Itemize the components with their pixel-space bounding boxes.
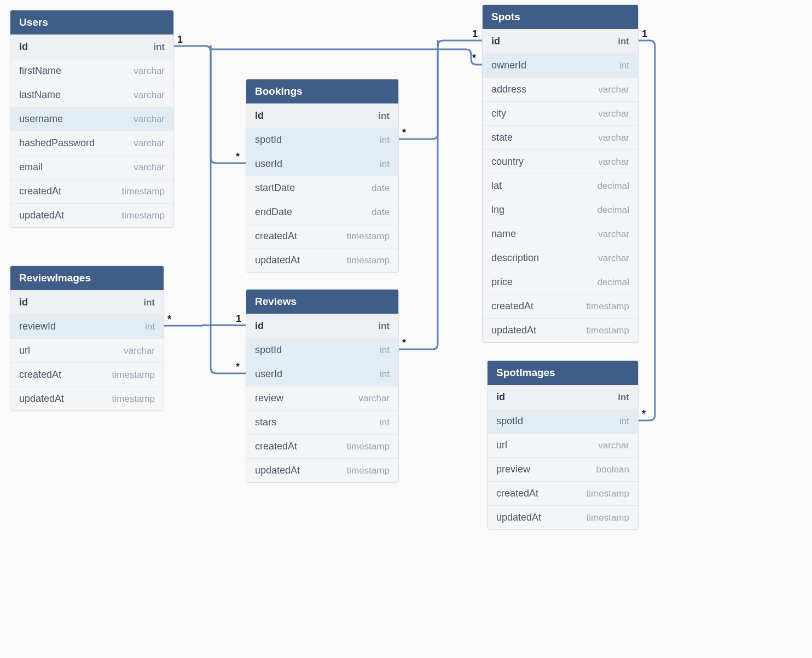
cardinality-label: * xyxy=(402,337,406,349)
field-row: reviewvarchar xyxy=(246,386,398,410)
table-header: ReviewImages xyxy=(10,266,164,290)
field-type: int xyxy=(380,345,390,356)
field-name: url xyxy=(19,345,30,356)
field-name: city xyxy=(491,108,506,119)
cardinality-label: * xyxy=(642,408,646,420)
field-row: namevarchar xyxy=(483,222,638,246)
field-type: varchar xyxy=(598,157,629,168)
field-type: int xyxy=(619,60,629,71)
relationship-line xyxy=(639,41,655,420)
relationship-line xyxy=(164,325,246,326)
field-row: hashedPasswordvarchar xyxy=(10,131,173,155)
field-name: id xyxy=(491,36,500,47)
field-name: updatedAt xyxy=(496,512,541,523)
cardinality-label: 1 xyxy=(236,313,241,325)
field-type: timestamp xyxy=(347,441,390,452)
field-row: createdAttimestamp xyxy=(488,481,638,505)
field-name: id xyxy=(496,391,505,403)
field-type: varchar xyxy=(134,138,165,149)
field-name: spotId xyxy=(255,134,282,146)
field-name: lat xyxy=(491,180,502,192)
entity-table-bookings: BookingsidintspotIdintuserIdintstartDate… xyxy=(246,79,399,273)
field-type: decimal xyxy=(597,277,629,288)
field-type: boolean xyxy=(596,464,629,475)
field-type: varchar xyxy=(134,66,165,77)
field-row: updatedAttimestamp xyxy=(488,505,638,529)
field-name: preview xyxy=(496,464,530,475)
field-type: int xyxy=(618,392,629,403)
field-row: statevarchar xyxy=(483,125,638,149)
field-name: updatedAt xyxy=(255,255,300,266)
field-type: date xyxy=(372,183,390,194)
field-row: emailvarchar xyxy=(10,155,173,179)
cardinality-label: * xyxy=(402,127,406,138)
relationship-line xyxy=(399,41,482,139)
relationship-line xyxy=(211,46,482,65)
field-row: descriptionvarchar xyxy=(483,246,638,270)
field-type: int xyxy=(618,36,629,47)
field-type: timestamp xyxy=(587,301,629,312)
field-row: firstNamevarchar xyxy=(10,59,173,83)
field-type: int xyxy=(619,416,629,427)
field-name: url xyxy=(496,440,507,451)
field-name: id xyxy=(19,297,28,308)
field-type: varchar xyxy=(598,253,629,264)
field-row: cityvarchar xyxy=(483,101,638,125)
field-name: email xyxy=(19,161,43,173)
relationship-line xyxy=(399,41,438,349)
field-row: createdAttimestamp xyxy=(246,434,398,458)
field-row: updatedAttimestamp xyxy=(10,203,173,227)
field-row: updatedAttimestamp xyxy=(10,386,164,411)
field-row: createdAttimestamp xyxy=(246,224,398,248)
field-name: hashedPassword xyxy=(19,137,95,149)
field-row: spotIdint xyxy=(246,128,398,152)
field-name: updatedAt xyxy=(255,465,300,476)
cardinality-label: * xyxy=(167,314,171,325)
field-name: endDate xyxy=(255,206,292,218)
field-type: varchar xyxy=(598,229,629,240)
cardinality-label: * xyxy=(236,151,240,163)
field-type: timestamp xyxy=(587,512,629,523)
field-name: createdAt xyxy=(19,186,61,197)
field-name: updatedAt xyxy=(491,325,536,336)
cardinality-label: * xyxy=(472,53,476,64)
field-name: createdAt xyxy=(19,369,61,380)
field-type: varchar xyxy=(124,345,155,356)
field-row: usernamevarchar xyxy=(10,107,173,131)
field-row: idint xyxy=(10,290,164,314)
field-type: int xyxy=(143,297,155,308)
field-type: varchar xyxy=(358,393,390,404)
field-row: urlvarchar xyxy=(488,433,638,457)
field-row: userIdint xyxy=(246,152,398,176)
field-row: userIdint xyxy=(246,362,398,386)
field-name: createdAt xyxy=(255,441,297,452)
relationship-line xyxy=(211,46,246,373)
field-name: description xyxy=(491,252,539,264)
field-type: varchar xyxy=(134,162,165,173)
field-name: lng xyxy=(491,204,504,216)
field-row: idint xyxy=(10,34,173,59)
field-type: varchar xyxy=(598,108,629,119)
field-name: address xyxy=(491,84,526,95)
field-row: idint xyxy=(483,29,638,53)
field-type: timestamp xyxy=(122,186,165,197)
field-row: latdecimal xyxy=(483,174,638,198)
field-type: decimal xyxy=(597,205,629,216)
table-header: SpotImages xyxy=(488,361,638,385)
field-type: timestamp xyxy=(112,370,155,380)
field-name: name xyxy=(491,228,516,240)
field-row: countryvarchar xyxy=(483,149,638,174)
field-row: starsint xyxy=(246,410,398,434)
cardinality-label: * xyxy=(236,361,240,373)
field-row: updatedAttimestamp xyxy=(246,248,398,272)
field-row: updatedAttimestamp xyxy=(483,318,638,342)
field-name: id xyxy=(19,41,28,53)
field-name: spotId xyxy=(496,415,523,427)
field-type: int xyxy=(380,159,390,170)
entity-table-reviews: ReviewsidintspotIdintuserIdintreviewvarc… xyxy=(246,289,399,483)
field-name: updatedAt xyxy=(19,210,64,221)
field-type: int xyxy=(380,135,390,146)
field-type: int xyxy=(378,111,390,122)
field-name: userId xyxy=(255,368,282,380)
field-row: lastNamevarchar xyxy=(10,83,173,107)
